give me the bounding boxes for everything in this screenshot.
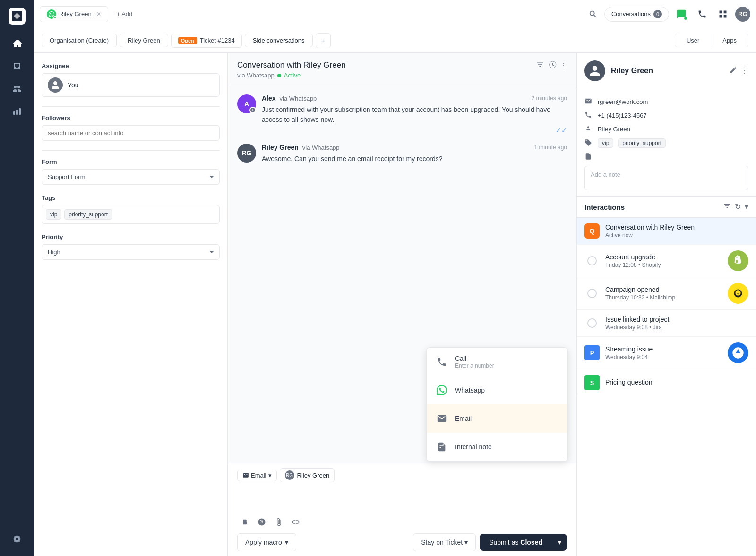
phone-row: +1 (415)123-4567 xyxy=(584,109,748,122)
contact-tag-vip: vip xyxy=(598,138,613,148)
submit-arrow[interactable]: ▾ xyxy=(552,534,567,551)
interaction-title: Pricing question xyxy=(605,378,748,386)
interactions-refresh-icon[interactable]: ↻ xyxy=(735,202,741,212)
alex-avatar: A + xyxy=(237,94,256,113)
submit-as-label: Submit as xyxy=(489,539,520,546)
bottom-toolbar: Email ▾ RG Riley Green xyxy=(228,463,576,556)
whatsapp-tab[interactable]: Riley Green ✕ xyxy=(40,6,108,22)
assignee-label: Assignee xyxy=(42,62,220,69)
interaction-streaming[interactable]: P Streaming issue Wednesday 9:04 xyxy=(577,337,756,369)
interactions-title: Interactions xyxy=(584,203,720,211)
interaction-q-icon: Q xyxy=(584,223,600,239)
grid-icon-button[interactable] xyxy=(714,6,731,23)
form-selector[interactable]: Support Form xyxy=(42,169,220,185)
conversation-subtitle: via Whatsapp Active xyxy=(237,72,346,79)
user-avatar[interactable]: RG xyxy=(735,7,750,22)
active-indicator xyxy=(277,74,281,77)
whatsapp-menu-icon xyxy=(434,383,449,398)
message-item: A + Alex via Whatsapp 2 minutes ago Just… xyxy=(237,94,567,134)
whatsapp-icon xyxy=(47,9,56,19)
side-conversations-btn[interactable]: Side conversations xyxy=(245,34,313,47)
conversations-button[interactable]: Conversations 0 xyxy=(604,7,669,22)
submit-closed-button[interactable]: Submit as Closed ▾ xyxy=(480,534,567,551)
interaction-title: Streaming issue xyxy=(605,345,722,353)
bold-btn[interactable] xyxy=(237,514,252,530)
priority-selector[interactable]: High xyxy=(42,244,220,260)
message-content: Riley Green via Whatsapp 1 minute ago Aw… xyxy=(262,144,567,164)
form-label: Form xyxy=(42,158,220,165)
stay-on-ticket-button[interactable]: Stay on Ticket ▾ xyxy=(413,533,476,551)
tag-vip: vip xyxy=(46,209,61,220)
contact-note[interactable]: Add a note xyxy=(584,166,748,190)
nav-reports[interactable] xyxy=(8,102,26,121)
reply-channel-selector[interactable]: Email ▾ xyxy=(237,470,277,481)
interaction-sub: Friday 12:08 • Shopify xyxy=(605,262,722,268)
interaction-circle-1 xyxy=(587,256,597,265)
tags-row: vip priority_support xyxy=(584,136,748,150)
search-button[interactable] xyxy=(585,7,601,22)
tab-close[interactable]: ✕ xyxy=(96,11,101,17)
contact-actions: ⋮ xyxy=(730,66,748,76)
more-contact-icon[interactable]: ⋮ xyxy=(741,66,748,76)
more-options-icon[interactable]: ⋮ xyxy=(560,62,567,69)
followers-label: Followers xyxy=(42,114,220,121)
add-tab[interactable]: + Add xyxy=(112,8,137,20)
nav-inbox[interactable] xyxy=(8,57,26,76)
interaction-jira[interactable]: Issue linked to project Wednesday 9:08 •… xyxy=(577,310,756,337)
contact-tag-priority: priority_support xyxy=(618,138,666,148)
followers-input[interactable] xyxy=(42,125,220,141)
history-icon[interactable] xyxy=(548,60,557,70)
mailchimp-logo xyxy=(728,283,748,304)
sender-name: Riley Green xyxy=(262,144,299,151)
attach-btn[interactable] xyxy=(271,514,286,530)
apply-macro-button[interactable]: Apply macro ▾ xyxy=(237,533,296,551)
edit-contact-icon[interactable] xyxy=(730,66,737,76)
interaction-pricing[interactable]: S Pricing question xyxy=(577,369,756,396)
interaction-campaign[interactable]: Campaign opened Thursday 10:32 • Mailchi… xyxy=(577,277,756,310)
link-btn[interactable] xyxy=(288,514,303,530)
org-tab[interactable]: Organisation (Create) xyxy=(42,34,117,47)
nav-contacts[interactable] xyxy=(8,79,26,98)
phone-icon-button[interactable] xyxy=(694,6,711,23)
email-menu-icon xyxy=(434,411,449,426)
channel-chevron: ▾ xyxy=(268,472,272,479)
interaction-sub: Wednesday 9:04 xyxy=(605,354,722,360)
add-conversation-btn[interactable]: + xyxy=(316,33,331,48)
dropdown-email[interactable]: Email xyxy=(427,404,567,433)
dropdown-whatsapp[interactable]: Whatsapp xyxy=(427,376,567,404)
contact-chip-avatar: RG xyxy=(285,470,294,480)
dropdown-call[interactable]: Call Enter a number xyxy=(427,348,567,376)
interaction-active[interactable]: Q Conversation with Riley Green Active n… xyxy=(577,218,756,245)
shopify-logo xyxy=(728,250,748,271)
display-name-row: Riley Green xyxy=(584,122,748,136)
actions-row: Apply macro ▾ Stay on Ticket ▾ Submit as… xyxy=(237,533,567,551)
assignee-avatar xyxy=(48,77,63,93)
conversation-actions: ⋮ xyxy=(536,60,567,70)
tags-container[interactable]: vip priority_support xyxy=(42,205,220,224)
dropdown-note[interactable]: Internal note xyxy=(427,433,567,461)
read-ticks: ✓✓ xyxy=(262,127,567,134)
sender-name: Alex xyxy=(262,94,276,102)
call-icon xyxy=(434,354,449,369)
nav-home[interactable] xyxy=(8,34,26,53)
contact-tab[interactable]: Riley Green xyxy=(120,34,168,47)
message-text: Just confirmed with your subscription te… xyxy=(262,105,567,125)
conversations-badge: 0 xyxy=(653,10,662,18)
reply-contact-chip[interactable]: RG Riley Green xyxy=(280,468,335,482)
chat-icon-button[interactable] xyxy=(673,6,690,23)
interaction-account-upgrade[interactable]: Account upgrade Friday 12:08 • Shopify xyxy=(577,245,756,277)
whatsapp-label: Whatsapp xyxy=(455,386,485,394)
filter-icon[interactable] xyxy=(536,60,544,70)
apps-tab-btn[interactable]: Apps xyxy=(711,34,748,47)
user-tab-btn[interactable]: User xyxy=(675,34,711,47)
interactions-filter-icon[interactable] xyxy=(723,202,731,212)
ticket-tab[interactable]: Open Ticket #1234 xyxy=(171,34,242,48)
interactions-actions: ↻ ▾ xyxy=(723,202,748,212)
assignee-selector[interactable]: You xyxy=(42,73,220,97)
interaction-title: Campaign opened xyxy=(605,286,722,293)
emoji-btn[interactable] xyxy=(254,514,269,530)
contact-avatar xyxy=(584,60,605,81)
nav-settings[interactable] xyxy=(8,530,26,548)
interactions-collapse-icon[interactable]: ▾ xyxy=(745,202,748,212)
contact-info: rgreen@work.com +1 (415)123-4567 Riley G… xyxy=(577,89,756,197)
